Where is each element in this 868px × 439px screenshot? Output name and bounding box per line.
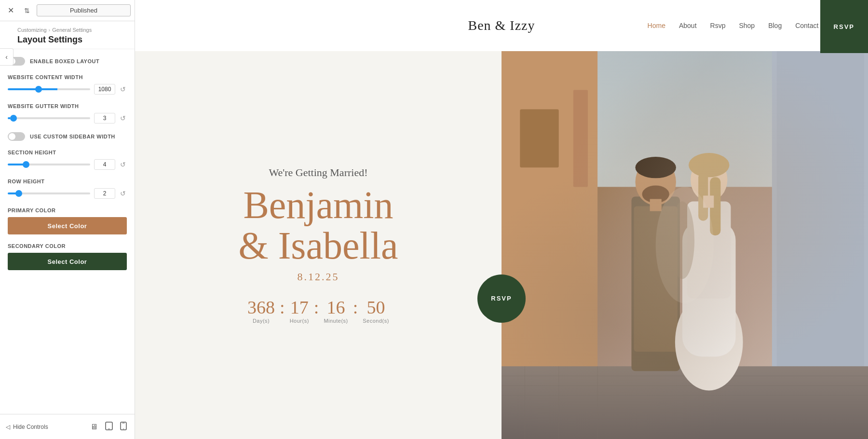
hero-date: 8.12.25 [298,271,339,283]
website-content-width-label: WEBSITE CONTENT WIDTH [8,74,127,80]
custom-sidebar-width-row: USE CUSTOM SIDEBAR WIDTH [8,132,127,141]
svg-rect-31 [710,177,720,235]
section-height-slider[interactable] [8,164,90,165]
website-preview: Ben & Izzy Home About Rsvp Shop Blog Con… [135,0,868,439]
website-gutter-width-reset[interactable]: ↺ [119,114,127,122]
tablet-view-button[interactable] [103,420,115,434]
svg-rect-30 [698,172,708,221]
section-height-label: SECTION HEIGHT [8,150,127,155]
row-height-input[interactable]: 2 [94,188,115,199]
published-button[interactable]: Published [37,4,131,16]
svg-point-1 [108,428,109,429]
svg-rect-7 [502,51,597,439]
website-content-width-slider[interactable] [8,88,90,90]
enable-boxed-layout-row: ENABLE BOXED LAYOUT [8,57,127,66]
svg-point-3 [123,428,124,429]
svg-point-33 [670,202,694,279]
close-button[interactable]: ✕ [4,4,17,17]
row-height-reset[interactable]: ↺ [119,190,127,197]
nav-rsvp-button[interactable]: RSVP [820,0,868,53]
breadcrumb: Customizing › General Settings [17,27,127,33]
top-bar: ✕ ⇅ Published [0,0,135,21]
hero-name: Benjamin & Isabella [239,185,398,266]
rsvp-circle-text: RSVP [491,295,512,302]
countdown-days: 368 Day(s) [247,297,275,324]
secondary-color-section: SECONDARY COLOR Select Color [8,243,127,270]
website-gutter-width-label: WEBSITE GUTTER WIDTH [8,103,127,109]
svg-rect-5 [502,51,868,439]
svg-rect-12 [502,366,868,439]
svg-point-28 [691,158,727,201]
nav-link-shop[interactable]: Shop [739,22,755,29]
nav-link-contact[interactable]: Contact [795,22,818,29]
section-height-controls: 4 ↺ [8,159,127,170]
section-height-input[interactable]: 4 [94,159,115,170]
row-height-controls: 2 ↺ [8,188,127,199]
tablet-icon [105,424,113,432]
row-height-slider[interactable] [8,192,90,194]
hero-right [502,51,868,439]
svg-point-21 [635,159,676,205]
back-button[interactable]: ‹ [0,48,14,66]
countdown-sep-3: : [353,297,358,319]
secondary-color-btn-label: Select Color [48,258,87,265]
website-gutter-width-input[interactable]: 3 [94,113,115,123]
hide-controls-label: Hide Controls [13,424,48,430]
enable-boxed-layout-label: ENABLE BOXED LAYOUT [30,58,99,64]
svg-rect-8 [520,110,558,168]
site-logo: Ben & Izzy [386,18,617,33]
website-gutter-width-controls: 3 ↺ [8,113,127,123]
swap-button[interactable]: ⇅ [20,4,34,17]
website-content-width-reset[interactable]: ↺ [119,85,127,93]
svg-rect-11 [777,51,864,439]
hide-controls-button[interactable]: ◁ Hide Controls [6,424,48,430]
mobile-view-button[interactable] [118,420,129,434]
nav-links: Home About Rsvp Shop Blog Contact [617,22,849,29]
panel-title: Layout Settings [17,35,127,45]
site-preview: Ben & Izzy Home About Rsvp Shop Blog Con… [135,0,868,439]
countdown-sep-2: : [314,297,319,319]
svg-rect-27 [687,202,731,299]
swap-icon: ⇅ [24,7,30,14]
photo-svg [502,51,868,439]
primary-color-btn-label: Select Color [48,222,87,230]
countdown-sep-1: : [280,297,285,319]
breadcrumb-child: General Settings [52,27,92,33]
nav-link-home[interactable]: Home [648,22,665,29]
desktop-view-button[interactable]: 🖥 [88,420,100,434]
breadcrumb-parent: Customizing [17,27,47,33]
svg-point-29 [689,153,729,177]
website-gutter-width-slider[interactable] [8,117,90,119]
nav-link-blog[interactable]: Blog [768,22,782,29]
panel-content: ENABLE BOXED LAYOUT WEBSITE CONTENT WIDT… [0,49,135,414]
nav-link-rsvp[interactable]: Rsvp [710,22,726,29]
svg-rect-9 [573,90,588,187]
section-height-reset[interactable]: ↺ [119,161,127,168]
website-content-width-controls: 1080 ↺ [8,84,127,95]
countdown-days-label: Day(s) [253,318,270,324]
secondary-color-button[interactable]: Select Color [8,253,127,270]
rsvp-circle[interactable]: RSVP [477,274,526,323]
svg-point-34 [656,187,714,303]
countdown-minutes: 16 Minute(s) [324,297,348,324]
countdown-hours: 17 Hour(s) [290,297,309,324]
countdown-seconds: 50 Second(s) [363,297,389,324]
primary-color-button[interactable]: Select Color [8,217,127,234]
custom-sidebar-width-label: USE CUSTOM SIDEBAR WIDTH [30,134,115,139]
custom-sidebar-width-toggle[interactable] [8,132,25,141]
svg-rect-32 [703,195,714,207]
countdown-minutes-label: Minute(s) [324,318,348,324]
hide-controls-icon: ◁ [6,424,10,430]
mobile-icon [120,424,127,432]
svg-point-23 [642,185,669,203]
nav-link-about[interactable]: About [679,22,697,29]
website-gutter-width-section: WEBSITE GUTTER WIDTH 3 ↺ [8,103,127,123]
website-content-width-input[interactable]: 1080 [94,84,115,95]
countdown-seconds-num: 50 [367,297,385,318]
website-content-width-section: WEBSITE CONTENT WIDTH 1080 ↺ [8,74,127,95]
desktop-icon: 🖥 [90,423,98,431]
section-height-section: SECTION HEIGHT 4 ↺ [8,150,127,170]
svg-point-22 [635,157,676,178]
svg-rect-24 [650,199,662,211]
close-icon: ✕ [8,6,14,15]
